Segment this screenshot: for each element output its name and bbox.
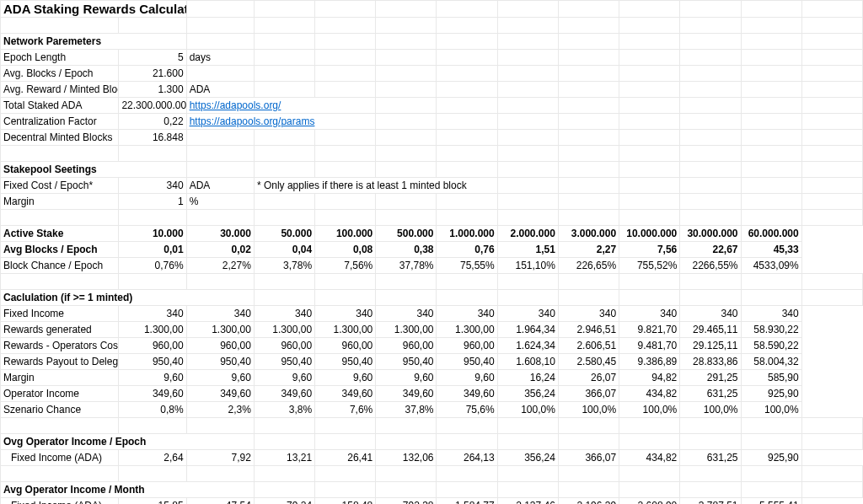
param-label: Centralization Factor — [1, 114, 119, 130]
calc-row: Operator Income 349,60 349,60 349,60 349… — [1, 386, 863, 402]
param-row: Decentral Minted Blocks 16.848 — [1, 130, 863, 146]
param-value[interactable]: 21.600 — [119, 66, 186, 82]
param-label: Epoch Length — [1, 50, 119, 66]
active-stake-header: Active Stake 10.000 30.000 50.000 100.00… — [1, 226, 863, 242]
row-label: Active Stake — [1, 226, 119, 242]
param-row: Avg. Blocks / Epoch 21.600 — [1, 66, 863, 82]
row-label: Rewards Payout to Delegators — [1, 354, 119, 370]
row-label: Block Chance / Epoch — [1, 258, 119, 274]
row-label: Szenario Chance — [1, 402, 119, 418]
calc-row: Rewards generated 1.300,00 1.300,00 1.30… — [1, 322, 863, 338]
calc-row: Rewards Payout to Delegators 950,40 950,… — [1, 354, 863, 370]
param-row: Avg. Reward / Minted Block 1.300 ADA — [1, 82, 863, 98]
avg-month-row: Fixed Income (ADA) 15,85 47,54 79,24 158… — [1, 498, 863, 505]
section-header: Stakepool Seetings — [1, 162, 187, 178]
title-row: ADA Staking Rewards Calculation — [1, 1, 863, 18]
row-label: Avg Blocks / Epoch — [1, 242, 119, 258]
param-row: Margin 1 % — [1, 194, 863, 210]
param-label: Fixed Cost / Epoch* — [1, 178, 119, 194]
param-value[interactable]: 16.848 — [119, 130, 186, 146]
param-label: Total Staked ADA — [1, 98, 119, 114]
section-header: Ovg Operator Income / Epoch — [1, 434, 255, 450]
param-label: Decentral Minted Blocks — [1, 130, 119, 146]
link-adapools-params[interactable]: https://adapools.org/params — [190, 115, 315, 127]
row-label: Fixed Income — [1, 306, 119, 322]
calc-row: Fixed Income 340 340 340 340 340 340 340… — [1, 306, 863, 322]
calc-row: Margin 9,60 9,60 9,60 9,60 9,60 9,60 16,… — [1, 370, 863, 386]
row-label: Margin — [1, 370, 119, 386]
spreadsheet-table: ADA Staking Rewards Calculation Network … — [0, 0, 863, 504]
calc-row: Rewards - Operators Cost 960,00 960,00 9… — [1, 338, 863, 354]
page-title: ADA Staking Rewards Calculation — [1, 1, 187, 18]
link-adapools[interactable]: https://adapools.org/ — [190, 99, 281, 111]
param-value[interactable]: 1 — [119, 194, 186, 210]
row-label: Fixed Income (ADA) — [1, 450, 119, 466]
row-label: Rewards - Operators Cost — [1, 338, 119, 354]
param-unit: ADA — [186, 178, 254, 194]
section-header: Caclulation (if >= 1 minted) — [1, 290, 255, 306]
avg-blocks-row: Avg Blocks / Epoch 0,01 0,02 0,04 0,08 0… — [1, 242, 863, 258]
param-value[interactable]: 5 — [119, 50, 186, 66]
param-value[interactable]: 0,22 — [119, 114, 186, 130]
param-value[interactable]: 22.300.000.000 — [119, 98, 186, 114]
param-note: * Only applies if there is at least 1 mi… — [254, 178, 497, 194]
param-row: Fixed Cost / Epoch* 340 ADA * Only appli… — [1, 178, 863, 194]
section-header: Avg Operator Income / Month — [1, 482, 255, 498]
row-label: Operator Income — [1, 386, 119, 402]
param-label: Margin — [1, 194, 119, 210]
param-label: Avg. Reward / Minted Block — [1, 82, 119, 98]
param-value[interactable]: 340 — [119, 178, 186, 194]
param-unit: days — [186, 50, 254, 66]
param-row: Centralization Factor 0,22 https://adapo… — [1, 114, 863, 130]
calc-row: Szenario Chance 0,8% 2,3% 3,8% 7,6% 37,8… — [1, 402, 863, 418]
param-unit: ADA — [186, 82, 254, 98]
param-row: Epoch Length 5 days — [1, 50, 863, 66]
section-header: Network Paremeters — [1, 34, 187, 50]
row-label: Fixed Income (ADA) — [1, 498, 119, 505]
param-unit: % — [186, 194, 254, 210]
block-chance-row: Block Chance / Epoch 0,76% 2,27% 3,78% 7… — [1, 258, 863, 274]
param-label: Avg. Blocks / Epoch — [1, 66, 119, 82]
ovg-row: Fixed Income (ADA) 2,64 7,92 13,21 26,41… — [1, 450, 863, 466]
param-value[interactable]: 1.300 — [119, 82, 186, 98]
row-label: Rewards generated — [1, 322, 119, 338]
param-row: Total Staked ADA 22.300.000.000 https://… — [1, 98, 863, 114]
